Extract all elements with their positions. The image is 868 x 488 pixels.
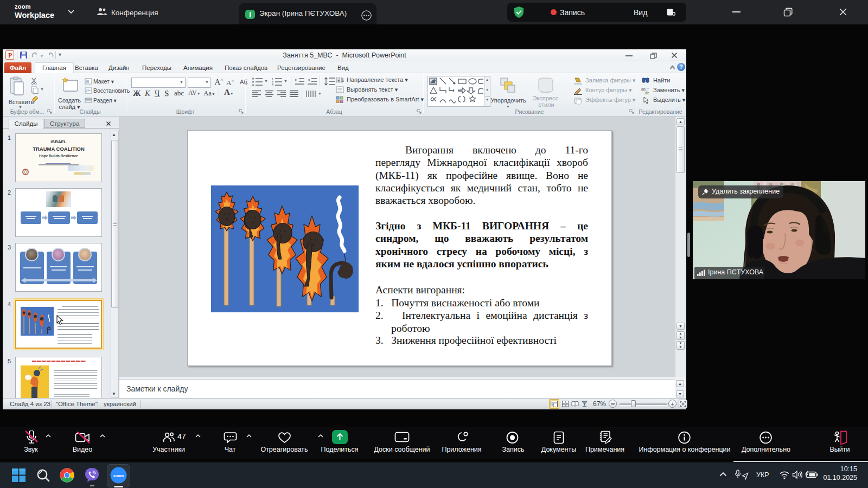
svg-text:Аб: Аб: [240, 79, 247, 85]
svg-text:3: 3: [272, 84, 273, 86]
svg-text:ac: ac: [645, 91, 649, 94]
svg-text:zoom: zoom: [113, 473, 124, 478]
svg-text:аb: аb: [641, 87, 646, 91]
